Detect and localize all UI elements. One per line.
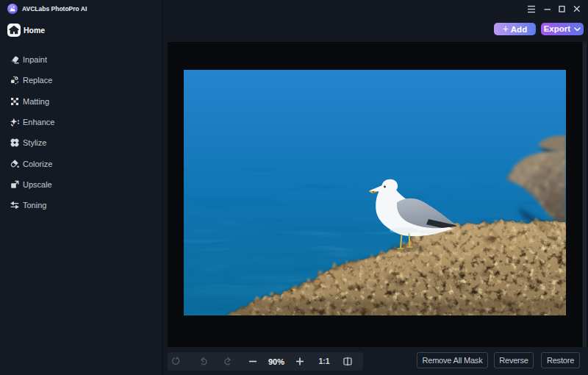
svg-text:90%: 90% bbox=[268, 357, 284, 366]
svg-text:1:1: 1:1 bbox=[318, 357, 329, 365]
